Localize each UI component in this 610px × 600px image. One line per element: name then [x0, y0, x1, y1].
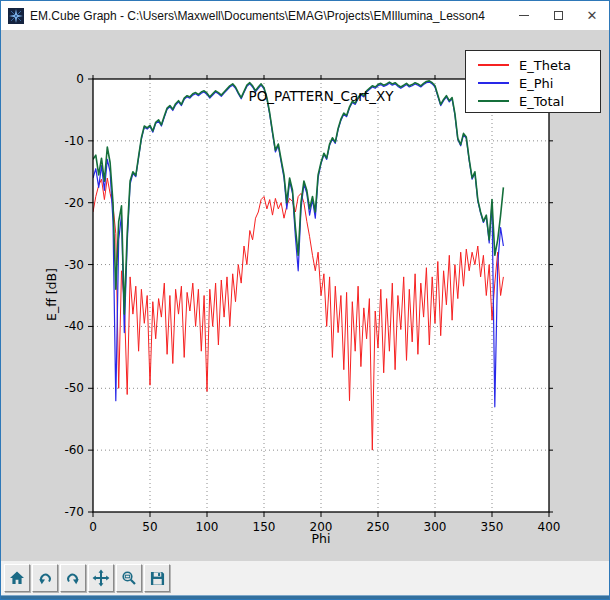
titlebar[interactable]: EM.Cube Graph - C:\Users\Maxwell\Documen… [1, 1, 609, 30]
x-axis-label: Phi [93, 531, 549, 546]
home-icon [9, 570, 25, 586]
svg-text:-10: -10 [64, 134, 84, 148]
minimize-button[interactable] [507, 1, 541, 30]
legend-line-e-phi [478, 82, 509, 84]
navigation-toolbar [1, 561, 609, 595]
plot-canvas[interactable]: 0501001502002503003504000-10-20-30-40-50… [1, 30, 609, 561]
save-floppy-icon [150, 571, 165, 586]
forward-button[interactable] [60, 564, 86, 592]
legend-label-e-phi: E_Phi [519, 76, 553, 91]
svg-text:-20: -20 [64, 196, 84, 210]
legend-line-e-theta [478, 64, 509, 66]
svg-text:-40: -40 [64, 319, 84, 333]
legend: E_Theta E_Phi E_Total [465, 50, 601, 113]
back-arrow-icon [38, 571, 52, 585]
y-axis-label: E_ff [dB] [44, 253, 59, 337]
legend-item: E_Total [478, 92, 600, 110]
window-title: EM.Cube Graph - C:\Users\Maxwell\Documen… [30, 9, 485, 23]
app-icon [8, 8, 24, 24]
svg-text:0: 0 [76, 72, 84, 86]
zoom-magnifier-icon [121, 570, 137, 586]
svg-text:-60: -60 [64, 443, 84, 457]
legend-label-e-theta: E_Theta [519, 58, 571, 73]
save-button[interactable] [144, 564, 170, 592]
svg-text:-30: -30 [64, 258, 84, 272]
pan-button[interactable] [88, 564, 114, 592]
home-button[interactable] [4, 564, 30, 592]
back-button[interactable] [32, 564, 58, 592]
pan-move-icon [92, 569, 110, 587]
close-button[interactable]: ✕ [575, 1, 609, 30]
zoom-button[interactable] [116, 564, 142, 592]
maximize-icon [554, 11, 563, 20]
legend-label-e-total: E_Total [519, 94, 564, 109]
maximize-button[interactable] [541, 1, 575, 30]
window-bottom-border [1, 595, 609, 599]
close-icon: ✕ [587, 9, 598, 22]
legend-item: E_Theta [478, 56, 600, 74]
svg-text:-70: -70 [64, 505, 84, 519]
minimize-icon [519, 15, 529, 16]
legend-item: E_Phi [478, 74, 600, 92]
app-window: EM.Cube Graph - C:\Users\Maxwell\Documen… [0, 0, 610, 600]
svg-text:-50: -50 [64, 381, 84, 395]
forward-arrow-icon [66, 571, 80, 585]
legend-line-e-total [478, 100, 509, 102]
